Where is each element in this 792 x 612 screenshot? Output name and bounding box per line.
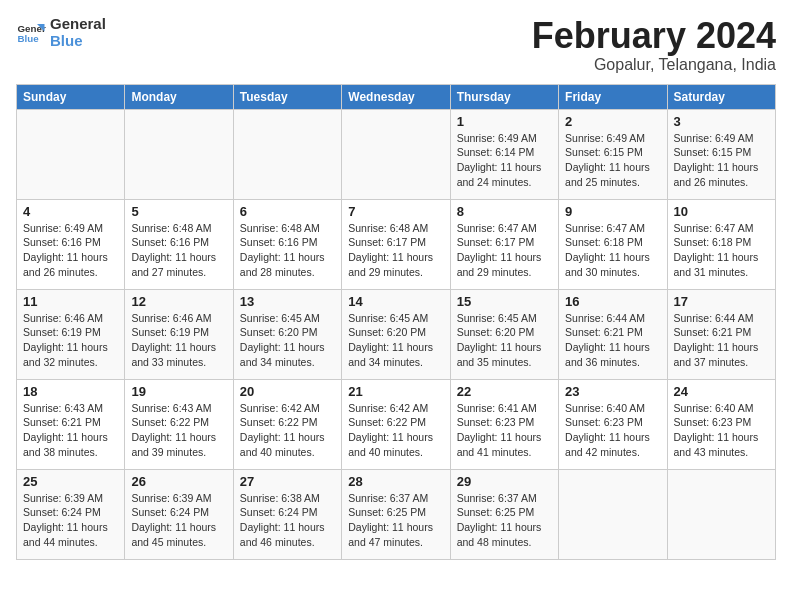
day-info: Sunrise: 6:46 AM Sunset: 6:19 PM Dayligh… [23,311,118,370]
calendar-cell: 22Sunrise: 6:41 AM Sunset: 6:23 PM Dayli… [450,379,558,469]
calendar-cell: 15Sunrise: 6:45 AM Sunset: 6:20 PM Dayli… [450,289,558,379]
day-info: Sunrise: 6:49 AM Sunset: 6:15 PM Dayligh… [674,131,769,190]
day-info: Sunrise: 6:48 AM Sunset: 6:16 PM Dayligh… [240,221,335,280]
calendar-header: SundayMondayTuesdayWednesdayThursdayFrid… [17,84,776,109]
day-number: 11 [23,294,118,309]
calendar-cell: 1Sunrise: 6:49 AM Sunset: 6:14 PM Daylig… [450,109,558,199]
day-number: 15 [457,294,552,309]
title-block: February 2024 Gopalur, Telangana, India [532,16,776,74]
day-info: Sunrise: 6:49 AM Sunset: 6:15 PM Dayligh… [565,131,660,190]
day-info: Sunrise: 6:49 AM Sunset: 6:16 PM Dayligh… [23,221,118,280]
weekday-header-monday: Monday [125,84,233,109]
day-info: Sunrise: 6:48 AM Sunset: 6:17 PM Dayligh… [348,221,443,280]
calendar-cell: 4Sunrise: 6:49 AM Sunset: 6:16 PM Daylig… [17,199,125,289]
calendar-cell: 11Sunrise: 6:46 AM Sunset: 6:19 PM Dayli… [17,289,125,379]
calendar-cell: 21Sunrise: 6:42 AM Sunset: 6:22 PM Dayli… [342,379,450,469]
day-info: Sunrise: 6:40 AM Sunset: 6:23 PM Dayligh… [565,401,660,460]
calendar-cell [667,469,775,559]
day-info: Sunrise: 6:48 AM Sunset: 6:16 PM Dayligh… [131,221,226,280]
day-number: 18 [23,384,118,399]
logo-line1: General [50,16,106,33]
day-number: 8 [457,204,552,219]
calendar-cell [125,109,233,199]
day-number: 26 [131,474,226,489]
calendar-cell: 28Sunrise: 6:37 AM Sunset: 6:25 PM Dayli… [342,469,450,559]
day-info: Sunrise: 6:44 AM Sunset: 6:21 PM Dayligh… [674,311,769,370]
day-info: Sunrise: 6:37 AM Sunset: 6:25 PM Dayligh… [457,491,552,550]
day-number: 6 [240,204,335,219]
day-number: 20 [240,384,335,399]
calendar-week-1: 1Sunrise: 6:49 AM Sunset: 6:14 PM Daylig… [17,109,776,199]
calendar-body: 1Sunrise: 6:49 AM Sunset: 6:14 PM Daylig… [17,109,776,559]
day-info: Sunrise: 6:39 AM Sunset: 6:24 PM Dayligh… [23,491,118,550]
day-number: 13 [240,294,335,309]
day-info: Sunrise: 6:45 AM Sunset: 6:20 PM Dayligh… [348,311,443,370]
day-info: Sunrise: 6:42 AM Sunset: 6:22 PM Dayligh… [348,401,443,460]
day-number: 7 [348,204,443,219]
calendar-cell [559,469,667,559]
logo-icon: General Blue [16,18,46,48]
day-number: 25 [23,474,118,489]
day-info: Sunrise: 6:47 AM Sunset: 6:17 PM Dayligh… [457,221,552,280]
day-info: Sunrise: 6:39 AM Sunset: 6:24 PM Dayligh… [131,491,226,550]
day-info: Sunrise: 6:45 AM Sunset: 6:20 PM Dayligh… [240,311,335,370]
day-number: 21 [348,384,443,399]
day-info: Sunrise: 6:43 AM Sunset: 6:22 PM Dayligh… [131,401,226,460]
day-info: Sunrise: 6:49 AM Sunset: 6:14 PM Dayligh… [457,131,552,190]
svg-text:Blue: Blue [18,33,40,44]
day-number: 2 [565,114,660,129]
logo-line2: Blue [50,33,106,50]
calendar-week-3: 11Sunrise: 6:46 AM Sunset: 6:19 PM Dayli… [17,289,776,379]
calendar-cell: 13Sunrise: 6:45 AM Sunset: 6:20 PM Dayli… [233,289,341,379]
day-info: Sunrise: 6:40 AM Sunset: 6:23 PM Dayligh… [674,401,769,460]
calendar-cell: 19Sunrise: 6:43 AM Sunset: 6:22 PM Dayli… [125,379,233,469]
day-info: Sunrise: 6:46 AM Sunset: 6:19 PM Dayligh… [131,311,226,370]
day-number: 28 [348,474,443,489]
day-number: 23 [565,384,660,399]
location: Gopalur, Telangana, India [532,56,776,74]
day-info: Sunrise: 6:38 AM Sunset: 6:24 PM Dayligh… [240,491,335,550]
calendar-cell: 24Sunrise: 6:40 AM Sunset: 6:23 PM Dayli… [667,379,775,469]
day-number: 14 [348,294,443,309]
day-info: Sunrise: 6:41 AM Sunset: 6:23 PM Dayligh… [457,401,552,460]
weekday-header-wednesday: Wednesday [342,84,450,109]
calendar-cell: 5Sunrise: 6:48 AM Sunset: 6:16 PM Daylig… [125,199,233,289]
day-number: 16 [565,294,660,309]
day-number: 1 [457,114,552,129]
calendar-cell [342,109,450,199]
day-number: 4 [23,204,118,219]
calendar-cell: 16Sunrise: 6:44 AM Sunset: 6:21 PM Dayli… [559,289,667,379]
calendar-cell: 25Sunrise: 6:39 AM Sunset: 6:24 PM Dayli… [17,469,125,559]
calendar-week-2: 4Sunrise: 6:49 AM Sunset: 6:16 PM Daylig… [17,199,776,289]
calendar-week-5: 25Sunrise: 6:39 AM Sunset: 6:24 PM Dayli… [17,469,776,559]
calendar-cell: 6Sunrise: 6:48 AM Sunset: 6:16 PM Daylig… [233,199,341,289]
day-number: 24 [674,384,769,399]
day-number: 5 [131,204,226,219]
day-number: 19 [131,384,226,399]
calendar-cell: 8Sunrise: 6:47 AM Sunset: 6:17 PM Daylig… [450,199,558,289]
calendar-table: SundayMondayTuesdayWednesdayThursdayFrid… [16,84,776,560]
calendar-cell: 3Sunrise: 6:49 AM Sunset: 6:15 PM Daylig… [667,109,775,199]
day-number: 3 [674,114,769,129]
day-info: Sunrise: 6:43 AM Sunset: 6:21 PM Dayligh… [23,401,118,460]
day-info: Sunrise: 6:47 AM Sunset: 6:18 PM Dayligh… [565,221,660,280]
day-number: 17 [674,294,769,309]
calendar-cell: 14Sunrise: 6:45 AM Sunset: 6:20 PM Dayli… [342,289,450,379]
day-number: 29 [457,474,552,489]
weekday-header-saturday: Saturday [667,84,775,109]
weekday-header-tuesday: Tuesday [233,84,341,109]
month-year: February 2024 [532,16,776,56]
weekday-header-sunday: Sunday [17,84,125,109]
calendar-cell: 20Sunrise: 6:42 AM Sunset: 6:22 PM Dayli… [233,379,341,469]
page-header: General Blue General Blue February 2024 … [16,16,776,74]
calendar-cell: 9Sunrise: 6:47 AM Sunset: 6:18 PM Daylig… [559,199,667,289]
calendar-cell [233,109,341,199]
day-number: 22 [457,384,552,399]
day-number: 9 [565,204,660,219]
weekday-header-row: SundayMondayTuesdayWednesdayThursdayFrid… [17,84,776,109]
calendar-cell: 10Sunrise: 6:47 AM Sunset: 6:18 PM Dayli… [667,199,775,289]
weekday-header-friday: Friday [559,84,667,109]
day-number: 10 [674,204,769,219]
calendar-cell: 2Sunrise: 6:49 AM Sunset: 6:15 PM Daylig… [559,109,667,199]
calendar-cell: 23Sunrise: 6:40 AM Sunset: 6:23 PM Dayli… [559,379,667,469]
